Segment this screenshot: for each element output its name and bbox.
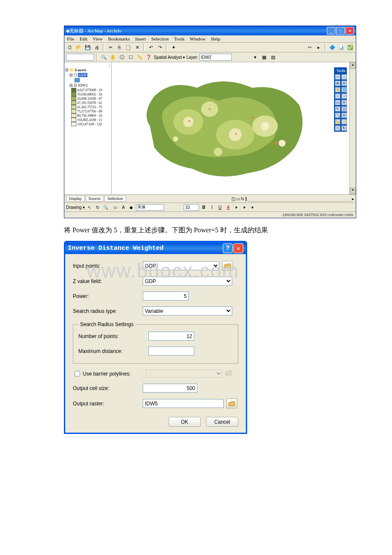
pan-icon[interactable]: ✋ (335, 87, 340, 92)
tool-b-icon[interactable]: 🔷 (329, 43, 336, 51)
fillcolor-icon[interactable]: ▾ (233, 204, 239, 211)
tab-selection[interactable]: Selection (104, 196, 126, 202)
measure-tool-icon[interactable]: 📐 (335, 119, 340, 124)
zoomin-icon[interactable]: + (335, 74, 340, 80)
whatsthis-icon[interactable]: ❓ (145, 53, 153, 61)
toc-layers-root[interactable]: ⊟ 📁 Layers (65, 67, 110, 72)
pointer-icon[interactable]: ↖ (335, 106, 340, 112)
toc-layer-gdp[interactable]: ⊟ ☐ GDP (65, 72, 110, 78)
toc-layer-idw2[interactable]: ⊟ ☑ IDW2 (65, 83, 110, 88)
full-extent-icon[interactable]: 🌐 (341, 87, 347, 92)
barrier-checkbox[interactable] (75, 371, 80, 376)
rectangle-icon[interactable]: ▭ (112, 204, 118, 211)
ok-button[interactable]: OK (169, 417, 201, 427)
maximize-button[interactable]: □ (336, 27, 345, 35)
edit-vertices-icon[interactable]: ◆ (128, 204, 135, 211)
menu-bookmarks[interactable]: Bookmarks (108, 36, 130, 41)
dataview-icon[interactable]: ◫ (231, 197, 235, 201)
z-field-select[interactable]: GDP (143, 277, 232, 286)
rotate-icon[interactable]: ↻ (341, 125, 347, 131)
contour-icon[interactable]: ▦ (260, 53, 268, 61)
linecolor-icon[interactable]: ▾ (241, 204, 248, 211)
fontsize-combo[interactable] (184, 204, 199, 211)
zoom-icon[interactable]: 🔍 (100, 53, 108, 61)
print-icon[interactable]: 🖨 (93, 43, 101, 51)
menu-edit[interactable]: Edit (80, 36, 87, 41)
tab-source[interactable]: Source (86, 196, 104, 202)
close-button[interactable]: ✕ (346, 27, 354, 35)
text-icon[interactable]: A (120, 204, 127, 211)
find-icon[interactable]: 🔍 (335, 113, 340, 118)
menu-selection[interactable]: Selection (151, 36, 169, 41)
browse-output-button[interactable] (226, 399, 237, 408)
redo-icon[interactable]: ↷ (156, 43, 164, 51)
histogram-icon[interactable]: ▾ (251, 53, 259, 61)
new-icon[interactable]: 🗋 (66, 43, 74, 51)
menu-file[interactable]: File (67, 36, 74, 41)
html-popup-icon[interactable]: □ (335, 125, 340, 131)
help-button[interactable]: ? (223, 243, 233, 253)
cancel-button[interactable]: Cancel (206, 417, 238, 427)
layer-combo[interactable] (199, 54, 232, 61)
identify-tool-icon[interactable]: ⓘ (341, 106, 347, 112)
layoutview-icon[interactable]: ▭ (236, 197, 240, 201)
output-input[interactable] (143, 399, 224, 408)
rotate-element-icon[interactable]: ↻ (94, 204, 101, 211)
hand-icon[interactable]: ✋ (109, 53, 117, 61)
open-icon[interactable]: 📂 (75, 43, 83, 51)
tools-toolbar[interactable]: Tools +- ⊕⊖ ✋🌐 ←→ ▭✕ ↖ⓘ 🔍⊙ 📐⚡ □↻ (334, 67, 347, 132)
markercolor-icon[interactable]: ▾ (249, 204, 256, 211)
scroll-down-icon[interactable]: ▾ (350, 188, 356, 194)
input-points-select[interactable]: GDP (143, 261, 219, 270)
minimize-button[interactable]: _ (327, 27, 335, 35)
tool-a-icon[interactable]: ▸ (315, 43, 323, 51)
copy-icon[interactable]: ⎘ (115, 43, 123, 51)
select-icon[interactable]: ☐ (127, 53, 135, 61)
editor-icon[interactable]: ✏ (306, 43, 314, 51)
menu-window[interactable]: Window (190, 36, 205, 41)
dialog-close-button[interactable]: ✕ (233, 243, 243, 253)
zoom-draw-icon[interactable]: 🔍 (102, 204, 109, 211)
num-points-input[interactable] (148, 332, 194, 341)
menu-help[interactable]: Help (211, 36, 220, 41)
menu-view[interactable]: View (93, 36, 103, 41)
radius-type-select[interactable]: Variable (143, 306, 232, 315)
browse-input-button[interactable] (222, 261, 233, 271)
tab-display[interactable]: Display (66, 196, 85, 202)
scale-combo[interactable] (66, 54, 94, 61)
measure-icon[interactable]: 📏 (136, 53, 144, 61)
scroll-up-icon[interactable]: ▴ (350, 62, 356, 69)
font-combo[interactable] (136, 204, 164, 211)
power-input[interactable] (143, 292, 189, 301)
tool-d-icon[interactable]: ✅ (346, 43, 354, 51)
pause-icon[interactable]: ‖ (245, 197, 247, 201)
fixed-zoomin-icon[interactable]: ⊕ (335, 81, 340, 86)
cut-icon[interactable]: ✂ (107, 43, 114, 51)
fontcolor-icon[interactable]: A (225, 204, 231, 211)
menu-insert[interactable]: Insert (135, 36, 146, 41)
table-of-contents[interactable]: x ⊟ 📁 Layers ⊟ ☐ GDP ⊟ ☑ IDW2 4,627.0756… (64, 62, 112, 194)
select-features-icon[interactable]: ▭ (335, 100, 340, 105)
hyperlink-icon[interactable]: ⚡ (341, 119, 347, 124)
max-dist-input[interactable] (148, 347, 194, 356)
map-view[interactable]: Tools +- ⊕⊖ ✋🌐 ←→ ▭✕ ↖ⓘ 🔍⊙ 📐⚡ □↻ (112, 62, 349, 194)
tool-c-icon[interactable]: 📊 (337, 43, 345, 51)
identify-icon[interactable]: ⓘ (118, 53, 126, 61)
italic-icon[interactable]: I (208, 204, 215, 211)
hillshade-icon[interactable]: ▨ (269, 53, 277, 61)
add-data-icon[interactable]: ✦ (170, 43, 177, 51)
save-icon[interactable]: 💾 (84, 43, 92, 51)
vertical-scrollbar[interactable]: ▴ ▾ (349, 62, 356, 194)
refresh-icon[interactable]: ↻ (241, 197, 244, 201)
delete-icon[interactable]: ✕ (133, 43, 141, 51)
toc-close-icon[interactable]: x (65, 63, 110, 67)
underline-icon[interactable]: U (216, 204, 223, 211)
undo-icon[interactable]: ↶ (147, 43, 155, 51)
spatial-analyst-label[interactable]: Spatial Analyst ▾ (154, 55, 185, 60)
bold-icon[interactable]: B (200, 204, 207, 211)
scroll-right-icon[interactable]: ▸ (352, 197, 354, 201)
menu-tools[interactable]: Tools (174, 36, 184, 41)
clear-selection-icon[interactable]: ✕ (341, 100, 347, 105)
fixed-zoomout-icon[interactable]: ⊖ (341, 81, 347, 86)
select-elements-icon[interactable]: ↖ (86, 204, 93, 211)
